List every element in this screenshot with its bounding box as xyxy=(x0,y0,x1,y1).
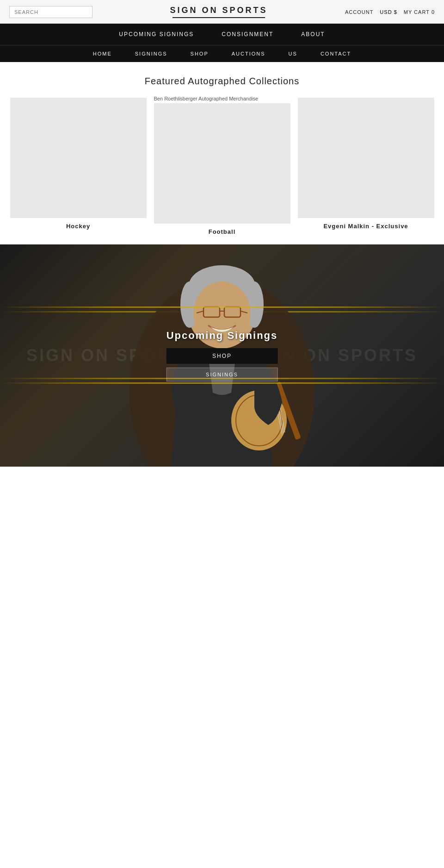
currency-label: USD $ xyxy=(380,9,397,15)
nav-top-about[interactable]: ABOUT xyxy=(301,31,325,45)
featured-card-football[interactable]: Ben Roethlisberger Autographed Merchandi… xyxy=(154,96,290,235)
hero-section: SIGN ON SPORTS SIGN ON SPORTS xyxy=(0,244,444,467)
nav-top-upcoming[interactable]: UPCOMING SIGNINGS xyxy=(119,31,194,45)
site-header: SIGN ON SPORTS ACCOUNT USD $ MY CART 0 xyxy=(0,0,444,24)
search-input[interactable] xyxy=(9,6,92,18)
nav-contact[interactable]: CONTACT xyxy=(321,51,351,56)
featured-card-malkin[interactable]: Evgeni Malkin - Exclusive xyxy=(298,96,434,235)
gold-line-bottom xyxy=(0,382,444,384)
cart-label: MY CART xyxy=(404,9,430,15)
card-name-malkin: Evgeni Malkin - Exclusive xyxy=(298,223,434,230)
card-name-hockey: Hockey xyxy=(10,223,147,230)
featured-grid: Hockey Ben Roethlisberger Autographed Me… xyxy=(9,96,435,235)
cart-count: 0 xyxy=(432,9,435,15)
nav-top-consignment[interactable]: CONSIGNMENT xyxy=(222,31,273,45)
hero-signings-button[interactable]: Signings xyxy=(166,368,278,381)
cart-link[interactable]: MY CART 0 xyxy=(404,9,435,15)
logo-text: SIGN ON SPORTS xyxy=(92,6,345,15)
gold-line-top xyxy=(0,306,444,308)
nav-signings[interactable]: SIGNINGS xyxy=(135,51,167,56)
nav-auctions[interactable]: AUCTIONS xyxy=(232,51,265,56)
header-actions: ACCOUNT USD $ MY CART 0 xyxy=(345,9,435,15)
account-link[interactable]: ACCOUNT xyxy=(345,9,373,15)
hero-shop-button[interactable]: Shop xyxy=(166,348,278,364)
card-image-hockey xyxy=(10,98,147,218)
card-label-football: Ben Roethlisberger Autographed Merchandi… xyxy=(154,96,290,101)
nav-bottom: HOME SIGNINGS SHOP AUCTIONS US CONTACT xyxy=(0,45,444,62)
featured-title: Featured Autographed Collections xyxy=(9,76,435,87)
card-name-football: Football xyxy=(154,228,290,235)
hero-title: Upcoming Signings xyxy=(166,330,278,342)
search-area[interactable] xyxy=(9,6,92,18)
site-logo: SIGN ON SPORTS xyxy=(92,6,345,18)
nav-shop[interactable]: SHOP xyxy=(191,51,209,56)
nav-us[interactable]: US xyxy=(289,51,297,56)
featured-card-hockey[interactable]: Hockey xyxy=(10,96,147,235)
logo-underline xyxy=(173,17,265,18)
nav-top: UPCOMING SIGNINGS CONSIGNMENT ABOUT xyxy=(0,24,444,45)
card-image-football xyxy=(154,103,290,224)
hero-overlay: Upcoming Signings Shop Signings xyxy=(166,330,278,381)
card-image-malkin xyxy=(298,98,434,218)
featured-section: Featured Autographed Collections Hockey … xyxy=(0,62,444,244)
bottom-space xyxy=(0,467,444,837)
nav-home[interactable]: HOME xyxy=(93,51,112,56)
